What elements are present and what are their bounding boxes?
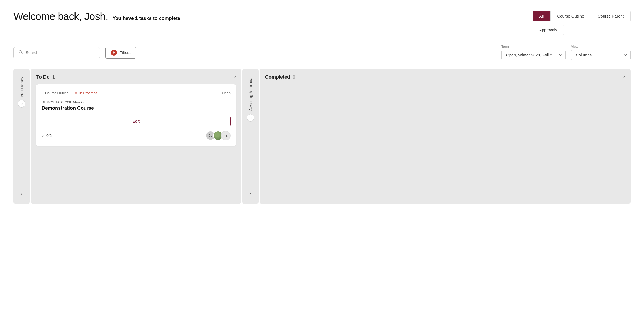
- page-header: Welcome back, Josh. You have 1 tasks to …: [13, 11, 631, 35]
- term-label: Term: [501, 45, 566, 49]
- avatars-group: JL +1: [206, 131, 231, 140]
- column-not-ready-count: 0: [18, 100, 25, 108]
- filters-badge: 0: [111, 50, 117, 56]
- column-awaiting-title: Awaiting Approval: [248, 76, 253, 111]
- column-to-do-title-row: To Do 1: [36, 74, 55, 80]
- search-box: [13, 47, 100, 58]
- expand-awaiting-button[interactable]: ›: [250, 191, 251, 196]
- toolbar: 0 Filters Term Open, Winter 2024, Fall 2…: [13, 45, 631, 60]
- column-completed-title-row: Completed 0: [265, 74, 295, 80]
- view-dropdown-container: View Columns: [571, 45, 631, 60]
- column-completed: Completed 0 ‹: [260, 69, 631, 204]
- view-label: View: [571, 45, 631, 49]
- tasks-text: You have 1 tasks to complete: [113, 16, 180, 21]
- card-badges: Course Outline ✏ In Progress: [42, 90, 97, 96]
- card-course-name: Demonstration Course: [42, 105, 231, 111]
- welcome-title: Welcome back, Josh.: [13, 11, 108, 22]
- avatar-more-text: +1: [224, 134, 228, 137]
- edit-button[interactable]: Edit: [42, 116, 231, 126]
- dropdown-group: Term Open, Winter 2024, Fall 2... View C…: [501, 45, 631, 60]
- card-course-code: DEMOS 1A03 C08_Maurin: [42, 100, 231, 104]
- column-completed-title: Completed: [265, 74, 290, 80]
- card-footer: ✓ 0/2 JL +1: [42, 131, 231, 140]
- view-select[interactable]: Columns: [571, 50, 631, 60]
- check-count-value: 0/2: [46, 133, 52, 138]
- nav-tabs-row: All Course Outline Course Parent: [533, 11, 631, 21]
- column-not-ready-title: Not Ready: [19, 76, 24, 97]
- task-card: Course Outline ✏ In Progress Open DEMOS …: [36, 84, 236, 146]
- collapse-to-do-button[interactable]: ‹: [234, 74, 236, 80]
- column-to-do-title: To Do: [36, 74, 50, 80]
- filters-button[interactable]: 0 Filters: [105, 47, 136, 59]
- svg-line-1: [22, 53, 23, 54]
- tab-approvals[interactable]: Approvals: [533, 25, 564, 35]
- term-dropdown-container: Term Open, Winter 2024, Fall 2...: [501, 45, 566, 60]
- kanban-board: Not Ready 0 › To Do 1 ‹ Course Outline ✏…: [13, 69, 631, 204]
- check-icon: ✓: [42, 133, 45, 138]
- column-not-ready: Not Ready 0 ›: [13, 69, 30, 204]
- nav-tabs-container: All Course Outline Course Parent Approva…: [533, 11, 631, 35]
- card-status-badge: ✏ In Progress: [75, 91, 97, 95]
- welcome-section: Welcome back, Josh. You have 1 tasks to …: [13, 11, 180, 22]
- expand-not-ready-button[interactable]: ›: [21, 191, 22, 196]
- column-completed-header: Completed 0 ‹: [265, 74, 625, 80]
- tab-course-outline[interactable]: Course Outline: [550, 11, 591, 21]
- collapse-completed-button[interactable]: ‹: [623, 74, 625, 80]
- filters-label: Filters: [120, 50, 131, 55]
- search-input[interactable]: [26, 50, 95, 55]
- search-icon: [19, 50, 23, 55]
- card-open-status: Open: [222, 91, 231, 95]
- column-to-do-count: 1: [52, 75, 55, 80]
- column-to-do: To Do 1 ‹ Course Outline ✏ In Progress O…: [31, 69, 241, 204]
- term-select[interactable]: Open, Winter 2024, Fall 2...: [501, 50, 566, 60]
- column-awaiting-count: 0: [247, 114, 254, 122]
- avatar-more: +1: [221, 131, 231, 140]
- column-to-do-header: To Do 1 ‹: [36, 74, 236, 80]
- card-type-badge: Course Outline: [42, 90, 72, 96]
- pencil-icon: ✏: [75, 91, 78, 95]
- column-completed-count: 0: [293, 75, 295, 80]
- tab-course-parent[interactable]: Course Parent: [591, 11, 631, 21]
- check-count: ✓ 0/2: [42, 133, 52, 138]
- card-header: Course Outline ✏ In Progress Open: [42, 90, 231, 96]
- tab-all[interactable]: All: [533, 11, 551, 21]
- card-status-label: In Progress: [79, 91, 97, 95]
- column-awaiting-approval: Awaiting Approval 0 ›: [242, 69, 259, 204]
- avatar-initials-text: JL: [209, 134, 212, 137]
